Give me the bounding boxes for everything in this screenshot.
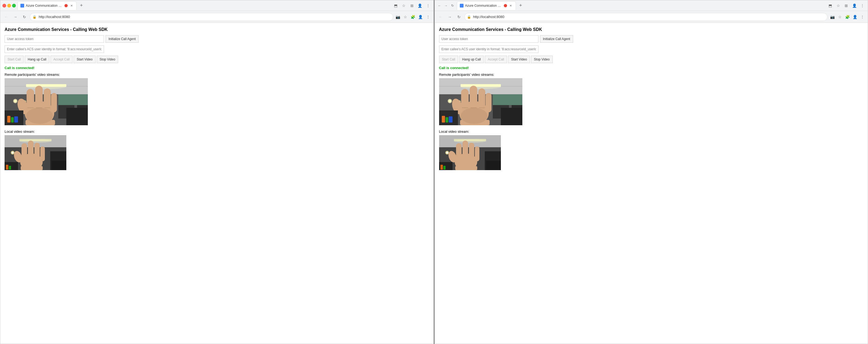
svg-rect-9 (58, 94, 88, 105)
svg-rect-45 (21, 166, 43, 170)
token-input-1[interactable] (5, 35, 104, 43)
back-btn-1[interactable]: ← (2, 13, 10, 21)
bookmark-star-1[interactable]: ☆ (402, 14, 409, 20)
svg-rect-98 (440, 165, 443, 170)
forward-nav-2[interactable]: → (446, 13, 454, 21)
hangup-btn-2[interactable]: Hang up Call (459, 56, 484, 63)
active-tab-1[interactable]: Azure Communication Servi... ✕ (18, 1, 76, 10)
bookmark-icon-1[interactable]: ☆ (401, 2, 407, 9)
start-call-btn-2[interactable]: Start Call (439, 56, 458, 63)
svg-rect-95 (455, 166, 477, 170)
back-btn-2[interactable]: ← (437, 3, 442, 8)
init-agent-btn-1[interactable]: Initialize Call Agent (105, 35, 138, 43)
callee-input-1[interactable] (5, 46, 104, 53)
extensions-icon-1[interactable]: ⊞ (409, 2, 415, 9)
svg-rect-48 (6, 165, 8, 170)
title-bar-2: ← → ↻ Azure Communication Servi... ✕ + ⬒… (435, 0, 868, 11)
init-agent-btn-2[interactable]: Initialize Call Agent (540, 35, 573, 43)
min-btn-1[interactable] (7, 4, 11, 7)
page-title-2: Azure Communication Services - Calling W… (439, 27, 864, 32)
acct-icon-2[interactable]: 👤 (851, 14, 858, 20)
bookmark-star-2[interactable]: ☆ (837, 14, 843, 20)
local-video-svg-1 (5, 135, 66, 170)
accept-btn-2[interactable]: Accept Call (485, 56, 507, 63)
svg-rect-26 (66, 108, 88, 125)
menu-icon-2[interactable]: ⋮ (859, 2, 866, 9)
remote-label-1: Remote participants' video streams: (5, 73, 429, 77)
reload-btn-1[interactable]: ↻ (21, 13, 28, 21)
callee-input-2[interactable] (439, 46, 538, 53)
reload-btn-2b[interactable]: ↻ (450, 3, 455, 8)
svg-rect-44 (40, 146, 45, 161)
local-label-1: Local video stream: (5, 130, 429, 134)
callee-row-1 (5, 46, 429, 53)
stop-video-btn-2[interactable]: Stop Video (531, 56, 553, 63)
start-call-btn-1[interactable]: Start Call (5, 56, 24, 63)
more-icon-1[interactable]: ⋮ (425, 14, 431, 20)
local-video-container-1: Local video stream: (5, 130, 429, 170)
svg-rect-17 (35, 86, 43, 111)
cast-icon-2[interactable]: ⬒ (827, 2, 833, 9)
svg-point-38 (11, 151, 14, 154)
close-btn-1[interactable] (2, 4, 6, 7)
url-input-1[interactable] (30, 13, 393, 21)
extensions-icon-2[interactable]: ⊞ (843, 2, 849, 9)
url-container-2: 🔒 (464, 13, 828, 21)
max-btn-1[interactable] (12, 4, 16, 7)
status-text-2: Call is connected! (439, 66, 864, 70)
svg-rect-93 (469, 143, 474, 161)
back-nav-2[interactable]: ← (437, 13, 444, 21)
video-icon-1[interactable]: 📷 (395, 14, 401, 20)
tab-close-btn-2[interactable]: ✕ (509, 3, 513, 8)
svg-rect-16 (27, 89, 34, 112)
token-row-1: Initialize Call Agent (5, 35, 429, 43)
accept-btn-1[interactable]: Accept Call (51, 56, 73, 63)
hangup-btn-1[interactable]: Hang up Call (25, 56, 49, 63)
svg-rect-67 (470, 86, 477, 111)
url-input-2[interactable] (464, 13, 828, 21)
token-row-2: Initialize Call Agent (439, 35, 864, 43)
token-input-2[interactable] (439, 35, 538, 43)
tab-bar-1: Azure Communication Servi... ✕ + (18, 1, 391, 10)
active-tab-2[interactable]: Azure Communication Servi... ✕ (457, 1, 516, 10)
reload-nav-2[interactable]: ↻ (455, 13, 463, 21)
forward-btn-1[interactable]: → (11, 13, 19, 21)
remote-video-svg-2 (439, 78, 522, 125)
cast-icon-1[interactable]: ⬒ (393, 2, 399, 9)
addr-icons-1: 📷 ☆ 🧩 👤 ⋮ (395, 14, 431, 20)
new-tab-btn-1[interactable]: + (78, 2, 85, 9)
page-content-1: Azure Communication Services - Calling W… (0, 23, 433, 344)
status-text-1: Call is connected! (5, 66, 429, 70)
svg-point-36 (19, 140, 52, 143)
browser-window-2: ← → ↻ Azure Communication Servi... ✕ + ⬒… (435, 0, 868, 344)
forward-btn-2b[interactable]: → (443, 3, 449, 8)
more-icon-2[interactable]: ⋮ (859, 14, 866, 20)
start-video-btn-1[interactable]: Start Video (73, 56, 95, 63)
svg-rect-47 (52, 161, 66, 170)
local-label-2: Local video stream: (439, 130, 864, 134)
remote-video-container-1: Remote participants' video streams: (5, 73, 429, 125)
stop-video-btn-1[interactable]: Stop Video (97, 56, 118, 63)
lock-icon-1: 🔒 (32, 15, 36, 19)
remote-label-2: Remote participants' video streams: (439, 73, 864, 77)
svg-rect-91 (456, 143, 462, 161)
remote-video-container-2: Remote participants' video streams: (439, 73, 864, 125)
ext-puzzle-1[interactable]: 🧩 (410, 14, 416, 20)
svg-point-74 (461, 108, 488, 124)
new-tab-btn-2[interactable]: + (517, 2, 525, 9)
title-bar-1: Azure Communication Servi... ✕ + ⬒ ☆ ⊞ 👤… (0, 0, 433, 11)
start-video-btn-2[interactable]: Start Video (508, 56, 530, 63)
tab-close-btn-1[interactable]: ✕ (69, 3, 73, 8)
acct-icon-1[interactable]: 👤 (417, 14, 424, 20)
svg-point-12 (14, 100, 17, 103)
bookmark-icon-2[interactable]: ☆ (835, 2, 841, 9)
video-icon-2[interactable]: 📷 (829, 14, 836, 20)
profile-icon-2[interactable]: 👤 (851, 2, 858, 9)
profile-icon-1[interactable]: 👤 (417, 2, 423, 9)
ext-puzzle-2[interactable]: 🧩 (844, 14, 850, 20)
svg-rect-43 (34, 143, 40, 161)
svg-point-86 (454, 140, 486, 143)
svg-rect-79 (449, 116, 453, 122)
menu-icon-1[interactable]: ⋮ (425, 2, 431, 9)
address-bar-2: ← → ↻ 🔒 📷 ☆ 🧩 👤 ⋮ (435, 11, 868, 23)
